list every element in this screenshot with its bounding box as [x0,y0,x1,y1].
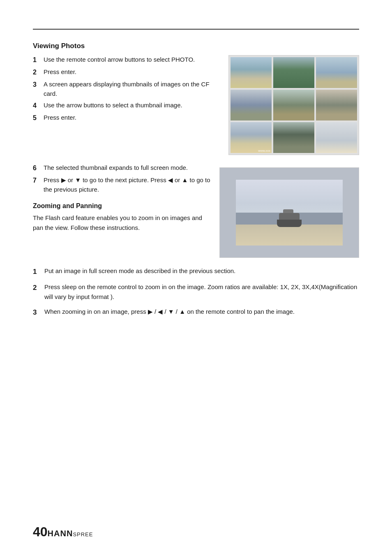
step-6-num: 6 [33,163,40,173]
steps-1-5-list: 1 Use the remote control arrow buttons t… [33,55,220,123]
thumb-4 [231,90,272,120]
page-container: Viewing Photos 1 Use the remote control … [0,0,392,556]
footer: 40 HANN spree [33,524,93,540]
zoom-step-1-num: 1 [33,266,40,277]
step-2-text: Press enter. [44,67,76,77]
steps-6-7-list: 6 The selected thumbnail expands to full… [33,163,211,194]
scene-boat [273,213,306,227]
thumbnail-grid: www.xxx [228,55,359,155]
step-7: 7 Press ▶ or ▼ to go to the next picture… [33,176,211,194]
zoom-step-3-num: 3 [33,307,40,318]
step-1-num: 1 [33,55,40,65]
step-1-text: Use the remote control arrow buttons to … [44,55,195,65]
step-5-text: Press enter. [44,113,76,123]
thumb-9 [316,122,357,153]
steps-left: 1 Use the remote control arrow buttons t… [33,55,220,155]
thumb-5 [273,90,314,120]
step-2: 2 Press enter. [33,67,220,77]
thumb-1 [231,57,272,88]
zooming-steps-section: 1 Put an image in full screen mode as de… [33,266,359,318]
content-area-top: 1 Use the remote control arrow buttons t… [33,55,359,155]
thumbnail-grid-container: www.xxx [228,55,359,155]
step-4-num: 4 [33,101,40,111]
zoom-step-1-text: Put an image in full screen mode as desc… [44,266,235,277]
scene-sand [236,225,343,246]
thumb-7: www.xxx [231,122,272,153]
viewing-photos-section: Viewing Photos 1 Use the remote control … [33,42,359,258]
thumb-6 [316,90,357,120]
watermark: www.xxx [258,149,270,152]
boat-hull [277,220,302,227]
step-3: 3 A screen appears displaying thumbnails… [33,80,220,98]
step-2-num: 2 [33,67,40,77]
zoom-step-2-num: 2 [33,282,40,302]
zoom-step-3-text: When zooming in on an image, press ▶ / ◀… [44,307,295,318]
step-7-num: 7 [33,176,40,194]
step-3-num: 3 [33,80,40,98]
zooming-title: Zooming and Panning [33,202,211,210]
zoom-step-2-text: Press sleep on the remote control to zoo… [44,282,359,302]
content-area-mid: 6 The selected thumbnail expands to full… [33,163,359,258]
step-6-text: The selected thumbnail expands to full s… [44,163,188,173]
brand-spree: spree [73,531,93,537]
thumb-2 [273,57,314,88]
zooming-steps-list: 1 Put an image in full screen mode as de… [33,266,359,318]
step-5: 5 Press enter. [33,113,220,123]
boat-scene [236,180,343,246]
step-1: 1 Use the remote control arrow buttons t… [33,55,220,65]
step-4: 4 Use the arrow buttons to select a thum… [33,101,220,111]
page-number: 40 [33,524,48,540]
step-5-num: 5 [33,113,40,123]
top-rule [33,29,359,30]
thumb-3 [316,57,357,88]
zooming-intro: The Flash card feature enables you to zo… [33,213,211,233]
thumb-8 [273,122,314,153]
steps-6-7: 6 The selected thumbnail expands to full… [33,163,211,258]
step-3-text: A screen appears displaying thumbnails o… [44,80,220,98]
step-4-text: Use the arrow buttons to select a thumbn… [44,101,182,111]
viewing-photos-title: Viewing Photos [33,42,359,50]
full-image [219,167,359,258]
zoom-step-1: 1 Put an image in full screen mode as de… [33,266,359,277]
full-image-area [219,163,359,258]
zoom-step-2: 2 Press sleep on the remote control to z… [33,282,359,302]
zoom-step-3: 3 When zooming in on an image, press ▶ /… [33,307,359,318]
brand-hann: HANN [48,529,73,538]
step-6: 6 The selected thumbnail expands to full… [33,163,211,173]
step-7-text: Press ▶ or ▼ to go to the next picture. … [44,176,211,194]
